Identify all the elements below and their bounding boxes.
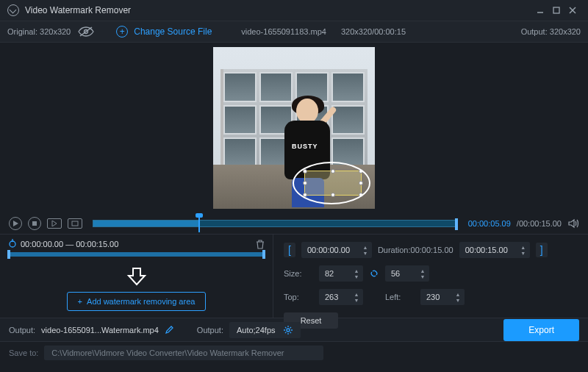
total-time: /00:00:15.00	[517, 219, 562, 228]
duration-label: Duration:00:00:15.00	[378, 246, 453, 254]
spin-down[interactable]: ▼	[520, 250, 527, 256]
save-to-label: Save to:	[9, 348, 38, 357]
preview-stage: BUSTY	[0, 43, 588, 213]
left-label: Left:	[385, 293, 415, 301]
save-bar: Save to: C:\Vidmore\Vidmore Video Conver…	[0, 341, 588, 363]
size-label: Size:	[284, 269, 313, 278]
change-source-button[interactable]: + Change Source File	[116, 26, 212, 37]
gear-icon[interactable]	[283, 325, 293, 335]
output-filename: video-1655091...Watermark.mp4	[41, 326, 159, 335]
minimize-button[interactable]	[532, 2, 548, 18]
video-preview[interactable]: BUSTY	[213, 47, 375, 209]
add-watermark-area-button[interactable]: + Add watermark removing area	[67, 292, 207, 311]
segment-bar[interactable]	[7, 252, 265, 257]
spin-up[interactable]: ▲	[362, 244, 369, 250]
segment-row[interactable]: 00:00:00.00 — 00:00:15.00	[7, 239, 265, 249]
add-area-label: Add watermark removing area	[87, 297, 195, 306]
svg-marker-6	[13, 221, 18, 226]
app-title: Video Watermark Remover	[25, 5, 131, 15]
snapshot-button[interactable]	[68, 218, 82, 229]
source-filename: video-1655091183.mp4	[241, 27, 326, 36]
segment-marker-icon	[7, 239, 18, 249]
info-bar: Original: 320x320 + Change Source File v…	[0, 21, 588, 43]
stop-button[interactable]	[28, 217, 41, 230]
maximize-button[interactable]	[548, 2, 564, 18]
top-label: Top:	[284, 293, 313, 301]
rename-output-button[interactable]	[165, 326, 173, 335]
save-path-field[interactable]: C:\Vidmore\Vidmore Video Converter\Video…	[44, 346, 323, 360]
app-logo-icon	[7, 4, 19, 16]
svg-point-10	[10, 241, 15, 247]
playback-timeline[interactable]	[93, 220, 458, 227]
change-source-label: Change Source File	[134, 26, 212, 37]
output-format-value: Auto;24fps	[237, 326, 276, 335]
source-dimensions: 320x320/00:00:15	[341, 27, 406, 36]
size-width-field[interactable]: 82▲▼	[319, 265, 363, 282]
output-format-select[interactable]: Auto;24fps	[229, 322, 301, 338]
playhead[interactable]	[198, 216, 200, 232]
set-end-button[interactable]: ]	[536, 243, 548, 257]
left-field[interactable]: 230▲▼	[420, 289, 465, 305]
volume-icon[interactable]	[567, 218, 579, 229]
arrow-down-icon	[126, 267, 148, 286]
watermark-selection-box[interactable]	[304, 171, 362, 196]
export-button[interactable]: Export	[503, 319, 579, 341]
shirt-text: BUSTY	[292, 143, 318, 150]
svg-marker-8	[52, 221, 57, 226]
svg-point-12	[287, 329, 290, 332]
close-button[interactable]	[564, 2, 581, 18]
start-time-field[interactable]: 00:00:00.00▲▼	[301, 242, 372, 258]
size-height-field[interactable]: 56▲▼	[385, 265, 429, 282]
output-dimensions: Output: 320x320	[521, 27, 581, 36]
segments-panel: 00:00:00.00 — 00:00:15.00 + Add watermar…	[0, 235, 273, 318]
preview-toggle-icon[interactable]	[78, 26, 94, 37]
svg-rect-1	[553, 7, 559, 13]
end-time-field[interactable]: 00:00:15.00▲▼	[459, 242, 530, 258]
spin-down[interactable]: ▼	[362, 250, 369, 256]
current-time: 00:00:05.09	[468, 219, 511, 228]
top-field[interactable]: 263▲▼	[319, 289, 363, 305]
output-file-label: Output:	[9, 326, 35, 335]
segment-range: 00:00:00.00 — 00:00:15.00	[21, 240, 118, 248]
playback-controls: 00:00:05.09/00:00:15.00	[0, 213, 588, 234]
title-bar: Video Watermark Remover	[0, 0, 588, 21]
plus-circle-icon: +	[116, 26, 128, 37]
spin-up[interactable]: ▲	[520, 244, 527, 250]
original-label: Original: 320x320	[7, 27, 71, 36]
play-button[interactable]	[9, 217, 22, 230]
parameters-panel: [ 00:00:00.00▲▼ Duration:00:00:15.00 00:…	[273, 235, 588, 318]
delete-segment-button[interactable]	[255, 239, 265, 249]
svg-rect-7	[32, 221, 37, 226]
step-frame-button[interactable]	[47, 218, 62, 229]
plus-icon: +	[78, 297, 82, 306]
output-format-label: Output:	[197, 326, 223, 335]
set-start-button[interactable]: [	[284, 243, 295, 257]
svg-rect-9	[72, 221, 78, 226]
link-aspect-icon[interactable]	[369, 268, 379, 279]
